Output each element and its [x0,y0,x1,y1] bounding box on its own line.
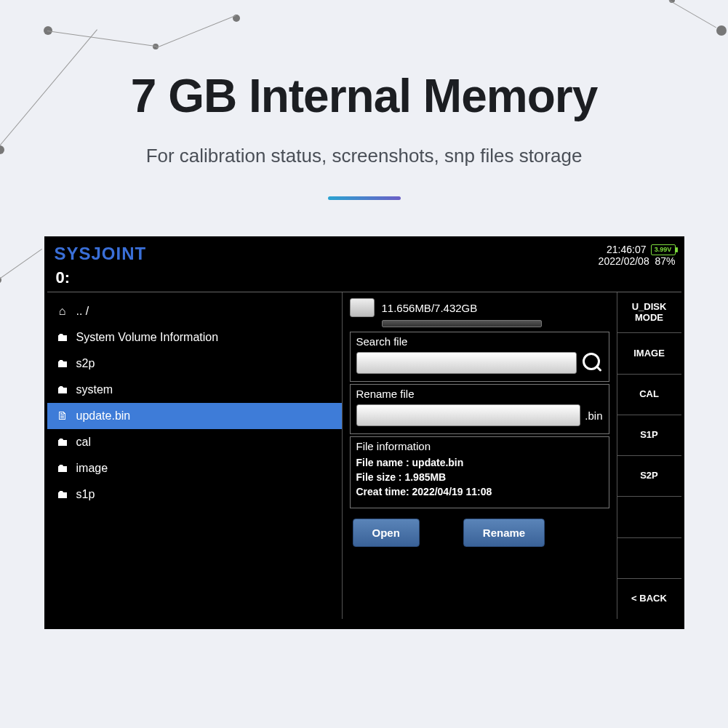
file-item[interactable]: 🖿System Volume Information [47,324,342,351]
rename-extension: .bin [585,409,602,422]
file-item-label: s2p [76,357,95,370]
device-screen: SYSJOINT 21:46:07 3.99V 2022/02/08 87% 0… [44,236,684,629]
hero-subtitle: For calibration status, screenshots, snp… [0,145,728,167]
clock-time: 21:46:07 [607,244,647,255]
folder-icon: 🖿 [56,383,69,396]
file-size-value: 1.985MB [404,471,446,483]
file-time-label: Creat time: [356,486,409,497]
folder-icon: 🖿 [56,436,69,449]
folder-icon: 🖿 [56,357,69,370]
home-icon: ⌂ [56,305,69,318]
detail-panel: 11.656MB/7.432GB Search file Rename file… [342,292,617,619]
folder-icon: 🖿 [56,488,69,501]
disk-usage-bar [382,320,542,327]
brand-logo: SYSJOINT [55,244,147,264]
file-item[interactable]: 🖿s1p [47,481,342,508]
file-item-label: System Volume Information [76,331,219,344]
side-btn-empty [617,538,681,579]
search-label: Search file [356,335,603,348]
accent-divider [328,196,401,200]
file-item-label: update.bin [76,409,131,423]
file-item-label: system [76,383,113,396]
file-item[interactable]: 🖿image [47,455,342,481]
rename-button[interactable]: Rename [463,519,545,547]
rename-label: Rename file [356,388,603,400]
rename-input[interactable] [356,404,581,426]
battery-percent: 87% [655,255,675,267]
file-item-label: cal [76,436,91,449]
file-name-label: File name : [356,457,409,468]
file-time-value: 2022/04/19 11:08 [412,486,492,497]
side-panel: U_DISK MODEIMAGECALS1PS2P< BACK [617,292,681,619]
disk-icon [350,298,375,317]
hero-title: 7 GB Internal Memory [0,69,728,123]
file-item[interactable]: 🖿cal [47,429,342,455]
file-icon: 🗎 [56,409,69,423]
file-item[interactable]: ⌂.. / [47,298,342,324]
file-item-label: .. / [76,305,89,318]
clock-date: 2022/02/08 [599,255,649,267]
file-list: ⌂.. /🖿System Volume Information🖿s2p🖿syst… [47,292,342,619]
side-btn--back[interactable]: < BACK [617,579,681,619]
folder-icon: 🖿 [56,331,69,344]
search-input[interactable] [356,352,577,374]
file-info-header: File information [356,440,603,452]
side-btn-image[interactable]: IMAGE [617,333,681,374]
file-item-label: image [76,462,108,475]
file-size-label: File size : [356,471,402,483]
file-item[interactable]: 🖿system [47,377,342,403]
open-button[interactable]: Open [353,519,420,547]
file-name-value: update.bin [412,457,464,468]
status-bar: 21:46:07 3.99V 2022/02/08 87% [599,244,676,267]
folder-icon: 🖿 [56,462,69,475]
disk-usage-text: 11.656MB/7.432GB [382,302,478,314]
side-btn-s1p[interactable]: S1P [617,415,681,456]
side-btn-u-disk-mode[interactable]: U_DISK MODE [617,292,681,333]
battery-icon: 3.99V [651,244,676,255]
file-item[interactable]: 🗎update.bin [47,403,342,429]
file-item[interactable]: 🖿s2p [47,351,342,377]
file-item-label: s1p [76,488,95,501]
side-btn-cal[interactable]: CAL [617,375,681,415]
side-btn-s2p[interactable]: S2P [617,456,681,497]
search-icon[interactable] [583,353,603,373]
side-btn-empty [617,497,681,537]
current-path: 0: [47,268,681,292]
